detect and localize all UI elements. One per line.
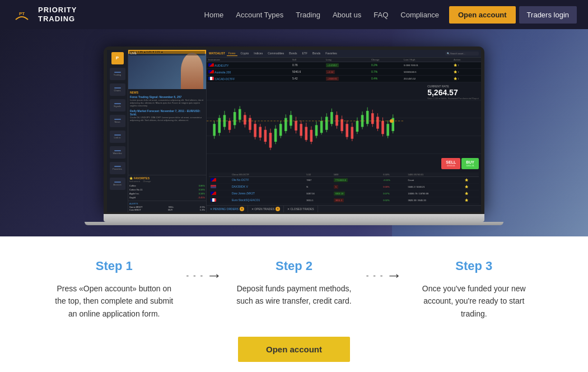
nav-faq[interactable]: FAQ xyxy=(374,11,388,19)
table-row: CACAD-OCTFF 5.42 +5640.65 0.4% 253.43/5.… xyxy=(207,75,481,82)
logo: PT PRIORITY TRADING xyxy=(11,4,77,25)
ui-fav-row: Cotton No.11 0.56% xyxy=(129,188,205,192)
table-row: DAX30/DK V N 5 0.00% 5040.2 / 5040.21 ⭐ xyxy=(209,183,479,190)
ui-bottom-tabs: ✕ PENDING ORDERS 0 ✕ OPEN TRADES 0 ✕ CLO… xyxy=(207,205,481,212)
ui-video-person xyxy=(181,53,203,89)
nav-about[interactable]: About us xyxy=(333,11,361,19)
hero-section: P Trading Charts Signals xyxy=(0,29,588,236)
svg-point-79 xyxy=(390,119,394,122)
step-2-title: Step 2 xyxy=(276,259,312,273)
ui-sidebar-item: Trading xyxy=(110,68,125,80)
ui-fav-row: Gugfd -0.45% xyxy=(129,196,205,199)
table-row: Australia 200 5040.6 +1.14 0.7% 5000/504… xyxy=(207,68,481,75)
laptop: P Trading Charts Signals xyxy=(104,46,484,225)
nav-compliance[interactable]: Compliance xyxy=(400,11,439,19)
ui-watchlist-header: WATCHLIST Forex Crypto Indices Commoditi… xyxy=(207,50,481,58)
table-row: Euro StockSQ-EACO1 3651.1 3651.3 0.02% 3… xyxy=(209,197,479,203)
ui-video-overlay: LIVE xyxy=(129,51,205,55)
step-2-block: Step 2 Deposit funds payment methods, su… xyxy=(222,259,366,308)
table-row: AUD/EUTY 0.76 +1.67457 0.2% 0.00/0.76/0.… xyxy=(207,62,481,68)
nav-home[interactable]: Home xyxy=(204,11,224,19)
nav-account-types[interactable]: Account Types xyxy=(236,11,283,19)
ui-chart-area: CURRENT RATE 5,264.57 Gain: 1.24 m Holds… xyxy=(207,82,481,171)
ui-news-title: NEWS xyxy=(130,91,204,94)
laptop-screen-outer: P Trading Charts Signals xyxy=(104,46,484,214)
step-3-block: Step 3 Once you've funded your new accou… xyxy=(402,259,546,320)
ui-sidebar-item: Account xyxy=(110,178,125,190)
ui-news-item-title: Daily Market Forecast: November 7, 2011 … xyxy=(130,109,204,116)
ui-sidebar-item: Link to xyxy=(110,131,125,143)
ui-news-item: Forex Trading Signal: November 8, 257 Lo… xyxy=(130,95,204,108)
ui-chart-price: CURRENT RATE 5,264.57 Gain: 1.24 m Holds… xyxy=(427,85,479,100)
nav-trading[interactable]: Trading xyxy=(296,11,320,19)
ui-sidebar-item: Watchlist xyxy=(110,146,125,159)
laptop-screen: P Trading Charts Signals xyxy=(107,50,481,212)
ui-news: NEWS Forex Trading Signal: November 8, 2… xyxy=(128,89,206,175)
logo-text: PRIORITY TRADING xyxy=(38,6,77,23)
traders-login-button[interactable]: Traders login xyxy=(519,6,577,24)
step-arrow-1: - - - → xyxy=(186,259,222,285)
table-row: Ole Nc-OCTF 7867 TT10000.8 -0.15% Count … xyxy=(209,176,479,183)
steps-section: Step 1 Press «Open account» button on th… xyxy=(0,236,588,372)
ui-sidebar-item: Charts xyxy=(110,83,125,96)
step-arrow-2: - - - → xyxy=(366,259,402,285)
ui-video: LIVE 3.8% ▲ 1.9% ▲ 0.4% ▼ 2.1% ▲ xyxy=(128,50,206,89)
ui-search[interactable]: 🔍 Search asset... xyxy=(445,52,479,55)
main-nav: Home Account Types Trading About us FAQ … xyxy=(204,11,439,19)
open-account-cta-button[interactable]: Open account xyxy=(238,337,350,362)
ui-fav-row: Coffee 0.86% xyxy=(129,184,205,188)
svg-text:PT: PT xyxy=(19,11,25,16)
ui-sidebar: P Trading Charts Signals xyxy=(107,50,128,212)
ui-news-item-text: Crude Oil, USD/JPY: DIM-CHP. Lorem ipsum… xyxy=(130,116,204,122)
ui-buy-button[interactable]: BUY 5061.01 xyxy=(461,158,479,169)
step-1-block: Step 1 Press «Open account» button on th… xyxy=(42,259,186,320)
ui-right-panel: WATCHLIST Forex Crypto Indices Commoditi… xyxy=(207,50,481,212)
ui-pending-orders-tab[interactable]: ✕ PENDING ORDERS 0 xyxy=(207,206,248,212)
ui-price-desc: Gain: 1.24 m Holds: Sustained Fundamenta… xyxy=(427,97,479,100)
trading-ui: P Trading Charts Signals xyxy=(107,50,481,212)
header: PT PRIORITY TRADING Home Account Types T… xyxy=(0,0,588,29)
step-3-title: Step 3 xyxy=(455,259,492,273)
ui-news-item-text: Lorem ipsum dolor sit amet, consectetur … xyxy=(130,99,204,108)
ui-sidebar-item: News xyxy=(110,115,125,127)
laptop-base xyxy=(104,214,484,222)
ui-favorites: ⭐ FAVORITES Instrument Change Coffee 0.8… xyxy=(128,175,206,201)
step-1-title: Step 1 xyxy=(96,259,133,273)
ui-price-value: 5,264.57 xyxy=(427,88,479,97)
step-1-text: Press «Open account» button on the top, … xyxy=(53,282,175,320)
ui-sidebar-item: Signals xyxy=(110,99,125,111)
ui-watchlist-table: Instrument Sell Long Change Low / High A… xyxy=(207,58,481,82)
ui-sidebar-logo: P xyxy=(111,52,124,64)
laptop-foot xyxy=(85,222,503,225)
ui-closed-trades-tab[interactable]: ✕ CLOSED TRADES xyxy=(284,206,318,212)
ui-fav-row: Apple Inc. 0.34% xyxy=(129,192,205,196)
step-2-text: Deposit funds payment methods, such as w… xyxy=(233,282,354,308)
ui-sell-buy: SELL 5060.84 BUY 5061.01 xyxy=(441,158,479,169)
ui-left-panel: LIVE 3.8% ▲ 1.9% ▲ 0.4% ▼ 2.1% ▲ NEWS Fo… xyxy=(128,50,207,212)
step-3-text: Once you've funded your new account, you… xyxy=(413,282,535,320)
open-trades-table: China #90-OCTF 5.02 5400 0.50% 5400.0/57… xyxy=(209,173,479,204)
ui-sidebar-item: Favorites xyxy=(110,162,125,174)
ui-news-item: Daily Market Forecast: November 7, 2011 … xyxy=(130,109,204,122)
open-account-button[interactable]: Open account xyxy=(449,6,516,24)
table-row: Dow Jones (MX2T 9287.56 9302.18 0.07% 19… xyxy=(209,190,479,197)
steps-row: Step 1 Press «Open account» button on th… xyxy=(42,259,546,320)
ui-open-trades-tab[interactable]: ✕ OPEN TRADES 0 xyxy=(248,206,284,212)
logo-icon: PT xyxy=(11,4,32,25)
ui-sell-button[interactable]: SELL 5060.84 xyxy=(441,158,460,169)
